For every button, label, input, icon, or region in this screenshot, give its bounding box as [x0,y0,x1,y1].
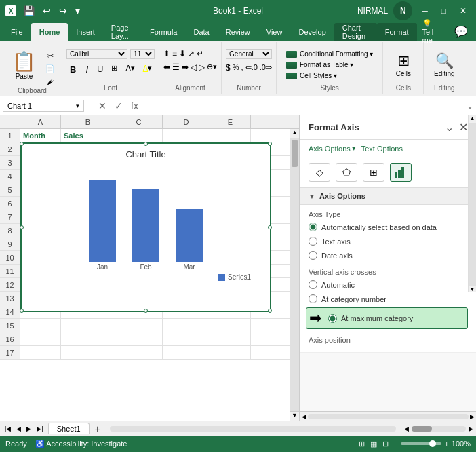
tab-chartdesign[interactable]: Chart Design [334,23,377,41]
tab-home[interactable]: Home [31,23,68,41]
panel-scroll-left-btn[interactable]: ◀ [302,413,306,420]
panel-scroll-up-btn[interactable]: ▲ [469,115,476,123]
comments-btn[interactable]: 💬 [449,25,473,38]
scroll-down-btn[interactable]: ▼ [290,411,299,421]
h-scroll-left-btn[interactable]: ◀ [401,424,412,434]
tab-format[interactable]: Format [377,23,417,41]
editing-button[interactable]: 🔍 Editing [430,46,459,84]
page-layout-btn[interactable]: ⊞ [359,440,365,448]
fill-color-button[interactable]: A▾ [123,63,137,76]
h-scroll-bar[interactable] [412,426,466,432]
underline-button[interactable]: U [94,63,106,76]
align-left-button[interactable]: ⬅ [163,62,170,72]
panel-icon-chart-btn[interactable] [390,163,412,182]
merge-center-button[interactable]: ⊕▾ [207,62,217,72]
name-box[interactable]: Chart 1 ▾ [3,100,84,112]
zoom-in-btn[interactable]: + [444,440,448,448]
comma-button[interactable]: , [241,63,243,73]
axis-type-date-radio[interactable] [309,251,317,260]
panel-tab-axis-options[interactable]: Axis Options ▾ [309,144,356,153]
cell-d15[interactable] [163,319,210,332]
percent-button[interactable]: % [233,63,239,73]
increase-decimal-button[interactable]: .0⇒ [260,63,272,73]
cell-a17[interactable] [20,346,61,359]
redo-btn[interactable]: ↪ [56,4,70,18]
tab-develop[interactable]: Develop [290,23,334,41]
normal-view-btn[interactable]: ▦ [370,440,377,448]
crosses-at-category-radio[interactable] [309,294,317,303]
tab-data[interactable]: Data [185,23,217,41]
sheet-nav-prev-btn[interactable]: ◀ [14,424,23,434]
cell-c16[interactable] [115,332,163,345]
tab-formula[interactable]: Formula [142,23,185,41]
sheet-nav-first-btn[interactable]: |◀ [3,424,13,434]
cell-d17[interactable] [163,346,210,359]
cell-styles-button[interactable]: Cell Styles ▾ [281,71,378,81]
panel-scroll-down-btn[interactable]: ▼ [469,286,476,294]
cell-e17[interactable] [210,346,251,359]
crosses-auto-radio[interactable] [309,280,317,289]
tab-file[interactable]: File [3,23,31,41]
restore-btn[interactable]: □ [437,5,450,17]
italic-button[interactable]: I [82,63,92,76]
paste-button[interactable]: 📋 Paste [7,46,41,84]
quick-access-more-btn[interactable]: ▾ [73,4,83,18]
tab-review[interactable]: Review [218,23,258,41]
align-top-button[interactable]: ⬆ [163,49,170,58]
decrease-indent-button[interactable]: ◁ [191,62,197,72]
resize-handle-bc[interactable] [144,309,148,313]
formula-bar-expand-btn[interactable]: ⌄ [467,101,473,111]
format-as-table-button[interactable]: Format as Table ▾ [281,60,378,70]
cell-a1[interactable]: Month [20,129,61,142]
align-bottom-button[interactable]: ⬇ [179,49,186,58]
save-btn[interactable]: 💾 [20,4,37,18]
increase-indent-button[interactable]: ▷ [199,62,205,72]
panel-icon-effects-btn[interactable]: ⬠ [336,163,357,182]
resize-handle-br[interactable] [268,309,272,313]
cell-c15[interactable] [115,319,163,332]
cell-a15[interactable] [20,319,61,332]
crosses-at-max-radio[interactable] [328,314,337,323]
cancel-formula-btn[interactable]: ✕ [96,100,109,111]
chart-container[interactable]: Chart Title Jan Feb Mar Series1 [20,142,271,312]
resize-handle-bl[interactable] [20,309,24,313]
axis-type-text-radio[interactable] [309,237,317,246]
conditional-formatting-button[interactable]: Conditional Formatting ▾ [281,49,378,59]
bar-jan[interactable] [89,180,116,262]
align-middle-button[interactable]: ≡ [172,49,177,58]
cell-e1[interactable] [210,129,251,142]
page-break-btn[interactable]: ⊟ [382,440,389,448]
axis-options-section-header[interactable]: ▼ Axis Options [300,188,476,205]
panel-scroll-right-btn[interactable]: ▶ [470,413,475,420]
resize-handle-mr[interactable] [268,225,272,229]
tab-view[interactable]: View [258,23,291,41]
insert-function-btn[interactable]: fx [128,100,141,111]
sheet-nav-last-btn[interactable]: ▶| [35,424,45,434]
cell-e15[interactable] [210,319,251,332]
cell-b17[interactable] [61,346,115,359]
tab-insert[interactable]: Insert [68,23,103,41]
zoom-out-btn[interactable]: − [394,440,398,448]
cell-b15[interactable] [61,319,115,332]
h-scroll-track[interactable] [110,426,396,432]
cells-button[interactable]: ⊞ Cells [391,46,416,84]
format-painter-button[interactable]: 🖌 [43,76,58,87]
confirm-formula-btn[interactable]: ✓ [112,100,125,111]
zoom-slider[interactable] [401,442,441,445]
currency-button[interactable]: $ [226,63,231,73]
v-scrollbar[interactable]: ▲ ▼ [290,129,299,421]
cut-button[interactable]: ✂ [43,50,58,62]
number-format-select[interactable]: General [226,49,272,59]
panel-close-btn[interactable]: ✕ [459,121,468,134]
resize-handle-tc[interactable] [144,142,148,146]
add-sheet-btn[interactable]: + [91,422,104,436]
minimize-btn[interactable]: ─ [418,5,432,17]
resize-handle-ml[interactable] [20,225,24,229]
tab-pagelayout[interactable]: Page Lay... [103,23,142,41]
bar-feb[interactable] [132,189,159,262]
align-center-button[interactable]: ☰ [172,62,180,72]
resize-handle-tr[interactable] [268,142,272,146]
resize-handle-tl[interactable] [20,142,24,146]
cell-a16[interactable] [20,332,61,345]
cell-d16[interactable] [163,332,210,345]
